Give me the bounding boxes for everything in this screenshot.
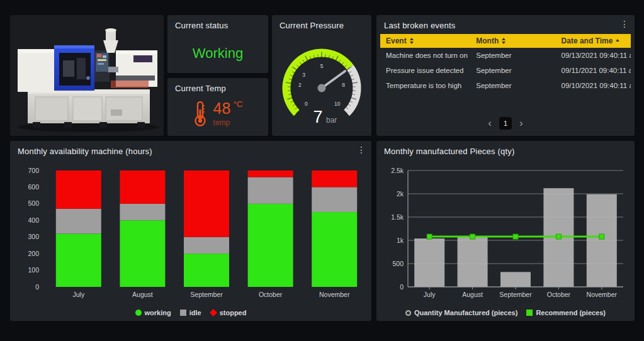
svg-text:1k: 1k [397, 237, 404, 244]
table-cell: September [470, 52, 555, 59]
pieces-chart-panel: Monthly manufactured Pieces (qty) 05001k… [376, 141, 635, 321]
events-title: Last broken events [384, 21, 455, 30]
temp-value: 48 [213, 99, 231, 117]
legend-item-working[interactable]: working [135, 309, 171, 316]
pagination-prev-icon[interactable]: ‹ [488, 118, 492, 129]
legend-label: Quantity Manufactured (pieces) [414, 309, 517, 316]
table-row[interactable]: Temperature is too highSeptember09/10/20… [380, 78, 631, 93]
legend-label: stopped [220, 309, 247, 316]
svg-text:July: July [424, 291, 436, 298]
current-status-panel: Current status Working [167, 15, 268, 73]
status-value: Working [167, 45, 268, 62]
kebab-menu-icon[interactable]: ⋮ [620, 20, 629, 28]
svg-text:October: October [259, 291, 283, 298]
svg-text:August: August [462, 291, 483, 298]
svg-text:September: September [190, 291, 223, 298]
square-marker-icon [180, 310, 186, 316]
current-temp-title: Current Temp [175, 84, 226, 93]
ring-marker-icon [405, 310, 411, 316]
legend-item-stopped[interactable]: stopped [210, 309, 247, 316]
pieces-legend: Quantity Manufactured (pieces)Recommend … [376, 309, 635, 316]
table-cell: September [470, 67, 555, 74]
availability-chart-panel: Monthly availability machine (hours) ⋮ 0… [10, 141, 371, 321]
machine-photo-panel [10, 15, 164, 136]
svg-text:8: 8 [342, 82, 345, 88]
svg-text:November: November [319, 291, 350, 298]
table-cell: Pressure issue detected [380, 67, 470, 74]
legend-label: idle [189, 309, 201, 316]
table-row[interactable]: Pressure issue detectedSeptember09/11/20… [380, 63, 631, 78]
temp-unit: °C [234, 99, 243, 109]
sort-both-icon [502, 38, 506, 44]
column-label: Date and Time [562, 36, 613, 45]
pagination-next-icon[interactable]: › [519, 118, 523, 129]
svg-text:bar: bar [326, 116, 337, 125]
column-label: Event [386, 36, 407, 45]
diamond-marker-icon [210, 309, 217, 316]
legend-item-quantity-manufactured-pieces-[interactable]: Quantity Manufactured (pieces) [405, 309, 517, 316]
temp-sublabel: temp [213, 118, 243, 127]
svg-text:0: 0 [305, 101, 308, 107]
svg-text:0: 0 [400, 283, 404, 291]
table-cell: Machine does not turn on [380, 52, 470, 59]
column-header-event[interactable]: Event [380, 34, 470, 48]
svg-text:200: 200 [28, 250, 39, 257]
pagination-page-1[interactable]: 1 [499, 117, 512, 130]
table-cell: 09/10/2021 09:40:11 am [556, 82, 631, 89]
table-cell: 09/11/2021 09:40:11 am [556, 67, 631, 74]
events-table-header: EventMonthDate and Time [380, 34, 631, 48]
pieces-bar-line-chart: 05001k1.5k2k2.5kJulyAugustSeptemberOctob… [376, 141, 635, 321]
svg-text:500: 500 [28, 199, 39, 207]
current-pressure-panel: Current Pressure 02358107bar [272, 15, 371, 136]
injection-molding-machine-image [10, 15, 164, 136]
sort-asc-icon [616, 39, 619, 43]
svg-text:3: 3 [302, 72, 305, 78]
svg-text:500: 500 [392, 260, 404, 267]
events-table-body: Machine does not turn onSeptember09/13/2… [380, 48, 631, 93]
svg-text:7: 7 [313, 108, 322, 126]
availability-legend: workingidlestopped [10, 309, 371, 316]
svg-text:0: 0 [35, 283, 39, 291]
svg-text:1.5k: 1.5k [391, 213, 404, 221]
svg-text:July: July [72, 291, 84, 298]
svg-text:600: 600 [28, 183, 39, 191]
svg-text:100: 100 [28, 266, 39, 274]
svg-text:November: November [587, 291, 618, 298]
current-pressure-title: Current Pressure [280, 21, 344, 30]
table-row[interactable]: Machine does not turn onSeptember09/13/2… [380, 48, 631, 63]
availability-stacked-bar-chart: 0100200300400500600700JulyAugustSeptembe… [10, 141, 371, 321]
svg-text:2k: 2k [397, 190, 404, 198]
last-broken-events-panel: Last broken events ⋮ EventMonthDate and … [376, 15, 635, 136]
svg-text:700: 700 [28, 167, 39, 174]
table-cell: 09/13/2021 09:40:11 am [556, 52, 631, 59]
events-table: EventMonthDate and Time Machine does not… [380, 34, 631, 93]
thermometer-icon [193, 99, 207, 127]
square-marker-icon [526, 310, 533, 316]
table-cell: September [470, 82, 555, 89]
svg-text:300: 300 [28, 233, 39, 240]
svg-text:October: October [547, 291, 571, 298]
pressure-gauge: 02358107bar [272, 35, 371, 135]
circle-marker-icon [135, 310, 142, 316]
svg-text:September: September [499, 291, 532, 298]
svg-text:August: August [132, 291, 153, 298]
legend-label: working [145, 309, 171, 316]
legend-item-recommend-pieces-[interactable]: Recommend (pieces) [526, 309, 606, 316]
svg-text:2: 2 [298, 82, 302, 88]
column-header-month[interactable]: Month [470, 34, 555, 48]
svg-text:5: 5 [320, 63, 324, 69]
current-temp-panel: Current Temp 48 °C temp [167, 78, 268, 136]
legend-label: Recommend (pieces) [536, 309, 606, 316]
svg-text:2.5k: 2.5k [391, 167, 404, 174]
sort-both-icon [410, 38, 414, 44]
legend-item-idle[interactable]: idle [180, 309, 201, 316]
svg-text:10: 10 [334, 101, 341, 107]
column-label: Month [476, 36, 499, 45]
column-header-date-and-time[interactable]: Date and Time [556, 34, 631, 48]
current-status-title: Current status [175, 21, 228, 30]
table-cell: Temperature is too high [380, 82, 470, 89]
events-pagination: ‹ 1 › [376, 117, 635, 130]
svg-text:400: 400 [28, 216, 39, 224]
